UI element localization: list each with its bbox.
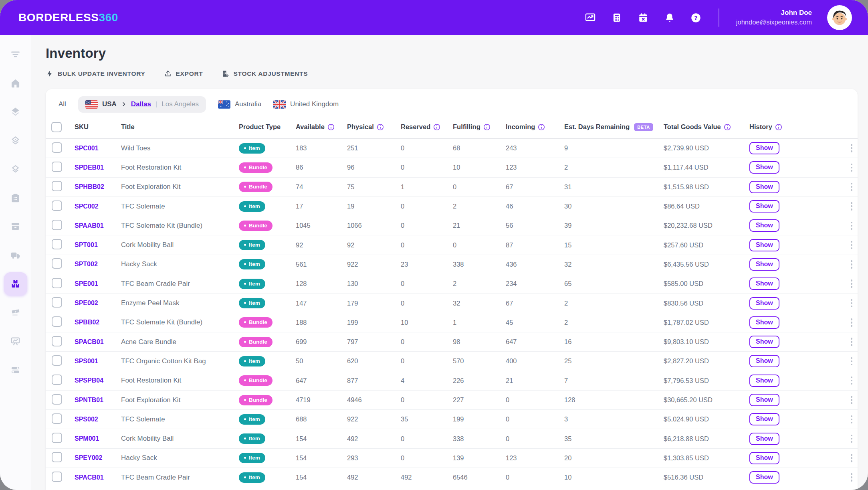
filter-city-dallas[interactable]: Dallas bbox=[131, 100, 151, 108]
sku-link[interactable]: SPM001 bbox=[75, 435, 99, 442]
select-all-checkbox[interactable] bbox=[51, 122, 62, 132]
row-menu-icon[interactable] bbox=[846, 473, 858, 482]
row-menu-icon[interactable] bbox=[846, 241, 858, 249]
sku-link[interactable]: SPC002 bbox=[75, 203, 99, 210]
filter-usa-pill[interactable]: USA Dallas | Los Angeles bbox=[78, 96, 206, 113]
show-history-button[interactable]: Show bbox=[749, 297, 779, 310]
notifications-bell-icon[interactable] bbox=[664, 12, 675, 23]
show-history-button[interactable]: Show bbox=[749, 161, 779, 174]
info-icon[interactable] bbox=[483, 124, 491, 131]
sku-link[interactable]: SPACB01 bbox=[75, 474, 104, 481]
filter-city-los-angeles[interactable]: Los Angeles bbox=[161, 100, 199, 108]
info-icon[interactable] bbox=[377, 124, 384, 131]
show-history-button[interactable]: Show bbox=[749, 316, 779, 329]
sidebar-item-products[interactable] bbox=[0, 97, 31, 126]
show-history-button[interactable]: Show bbox=[749, 394, 779, 406]
row-menu-icon[interactable] bbox=[846, 202, 858, 211]
sku-link[interactable]: SPC001 bbox=[75, 145, 99, 152]
row-menu-icon[interactable] bbox=[846, 183, 858, 191]
filter-all[interactable]: All bbox=[59, 100, 66, 108]
sku-link[interactable]: SPAAB01 bbox=[75, 222, 104, 229]
sku-link[interactable]: SPE002 bbox=[75, 300, 98, 306]
info-icon[interactable] bbox=[724, 124, 731, 131]
show-history-button[interactable]: Show bbox=[749, 375, 779, 387]
row-checkbox[interactable] bbox=[52, 200, 62, 211]
row-menu-icon[interactable] bbox=[846, 164, 858, 172]
row-checkbox[interactable] bbox=[52, 472, 62, 482]
show-history-button[interactable]: Show bbox=[749, 452, 779, 464]
row-checkbox[interactable] bbox=[52, 162, 62, 172]
row-checkbox[interactable] bbox=[52, 433, 62, 443]
sku-link[interactable]: SPT002 bbox=[75, 261, 98, 267]
row-menu-icon[interactable] bbox=[846, 357, 858, 366]
calculator-icon[interactable] bbox=[611, 12, 622, 23]
row-menu-icon[interactable] bbox=[846, 260, 858, 269]
row-checkbox[interactable] bbox=[52, 452, 62, 462]
sku-link[interactable]: SPS001 bbox=[75, 358, 98, 364]
show-history-button[interactable]: Show bbox=[749, 336, 779, 348]
show-history-button[interactable]: Show bbox=[749, 277, 779, 290]
row-checkbox[interactable] bbox=[52, 375, 62, 385]
sku-link[interactable]: SPNTB01 bbox=[75, 397, 103, 403]
row-menu-icon[interactable] bbox=[846, 396, 858, 404]
row-checkbox[interactable] bbox=[52, 239, 62, 249]
sidebar-item-shipments[interactable] bbox=[0, 212, 31, 241]
calendar-icon[interactable] bbox=[638, 12, 649, 23]
show-history-button[interactable]: Show bbox=[749, 413, 779, 425]
show-history-button[interactable]: Show bbox=[749, 200, 779, 213]
export-button[interactable]: EXPORT bbox=[164, 70, 203, 78]
info-icon[interactable] bbox=[775, 124, 782, 131]
analytics-monitor-icon[interactable] bbox=[585, 12, 596, 23]
sidebar-item-home[interactable] bbox=[0, 69, 31, 98]
row-checkbox[interactable] bbox=[52, 142, 62, 153]
sidebar-item-listings[interactable] bbox=[0, 126, 31, 155]
sidebar-item-bundles[interactable] bbox=[0, 155, 31, 184]
row-menu-icon[interactable] bbox=[846, 377, 858, 385]
info-icon[interactable] bbox=[538, 124, 545, 131]
sku-link[interactable]: SPACB01 bbox=[75, 338, 104, 345]
sku-link[interactable]: SPEY002 bbox=[75, 454, 102, 461]
row-checkbox[interactable] bbox=[52, 336, 62, 346]
sidebar-item-settings[interactable] bbox=[0, 356, 31, 385]
info-icon[interactable] bbox=[433, 124, 440, 131]
show-history-button[interactable]: Show bbox=[749, 219, 779, 232]
row-menu-icon[interactable] bbox=[846, 435, 858, 443]
sidebar-item-inventory[interactable] bbox=[0, 269, 31, 298]
show-history-button[interactable]: Show bbox=[749, 181, 779, 193]
show-history-button[interactable]: Show bbox=[749, 471, 779, 484]
row-checkbox[interactable] bbox=[52, 181, 62, 191]
filter-australia[interactable]: Australia bbox=[218, 100, 261, 109]
sku-link[interactable]: SPBB02 bbox=[75, 319, 99, 326]
row-menu-icon[interactable] bbox=[846, 279, 858, 288]
row-checkbox[interactable] bbox=[52, 220, 62, 230]
row-menu-icon[interactable] bbox=[846, 338, 858, 346]
brand-logo[interactable]: BORDERLESS360 bbox=[18, 11, 118, 24]
help-icon[interactable]: ? bbox=[690, 12, 702, 23]
row-checkbox[interactable] bbox=[52, 297, 62, 308]
sidebar-item-pricing[interactable] bbox=[0, 298, 31, 327]
filter-united-kingdom[interactable]: United Kingdom bbox=[273, 100, 339, 109]
bulk-update-inventory-button[interactable]: BULK UPDATE INVENTORY bbox=[46, 70, 145, 78]
sidebar-item-filter[interactable] bbox=[0, 40, 31, 69]
sku-link[interactable]: SPE001 bbox=[75, 280, 98, 287]
show-history-button[interactable]: Show bbox=[749, 142, 779, 154]
row-checkbox[interactable] bbox=[52, 316, 62, 327]
row-menu-icon[interactable] bbox=[846, 144, 858, 152]
show-history-button[interactable]: Show bbox=[749, 433, 779, 445]
sku-link[interactable]: SPSPB04 bbox=[75, 377, 103, 384]
stock-adjustments-button[interactable]: STOCK ADJUSTMENTS bbox=[221, 70, 308, 78]
row-menu-icon[interactable] bbox=[846, 222, 858, 230]
row-checkbox[interactable] bbox=[52, 394, 62, 405]
row-menu-icon[interactable] bbox=[846, 454, 858, 462]
sku-link[interactable]: SPHBB02 bbox=[75, 183, 104, 190]
row-menu-icon[interactable] bbox=[846, 415, 858, 424]
sku-link[interactable]: SPT001 bbox=[75, 241, 98, 248]
row-checkbox[interactable] bbox=[52, 355, 62, 366]
show-history-button[interactable]: Show bbox=[749, 355, 779, 367]
row-menu-icon[interactable] bbox=[846, 299, 858, 308]
row-menu-icon[interactable] bbox=[846, 318, 858, 327]
row-checkbox[interactable] bbox=[52, 413, 62, 424]
sku-link[interactable]: SPS002 bbox=[75, 416, 98, 423]
sku-link[interactable]: SPDEB01 bbox=[75, 164, 104, 171]
row-checkbox[interactable] bbox=[52, 258, 62, 269]
